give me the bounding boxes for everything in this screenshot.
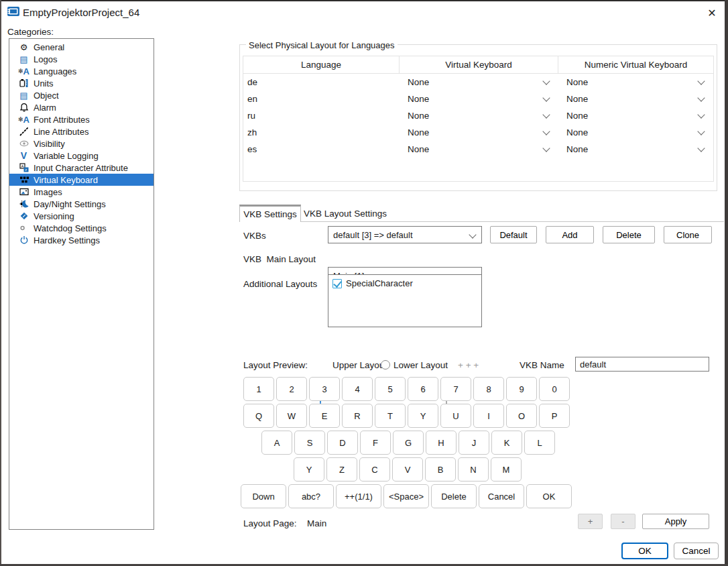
sidebar-item-images[interactable]: Images — [9, 186, 154, 198]
sidebar-item-hardkey-settings[interactable]: Hardkey Settings — [9, 234, 154, 246]
numeric-virtual-keyboard-dropdown[interactable]: None — [558, 124, 713, 141]
dropdown-value: None — [408, 94, 429, 104]
vkb-key[interactable]: H — [426, 431, 457, 455]
vkb-key[interactable]: K — [491, 431, 522, 455]
numeric-virtual-keyboard-dropdown[interactable]: None — [558, 91, 713, 107]
vkb-key-cancel[interactable]: Cancel — [479, 484, 524, 508]
sidebar-item-units[interactable]: Units — [9, 77, 154, 89]
vkb-name-input[interactable] — [575, 357, 709, 372]
vkb-key-ok[interactable]: OK — [526, 484, 572, 508]
numeric-virtual-keyboard-dropdown[interactable]: None — [558, 141, 713, 158]
sidebar-item-line-attributes[interactable]: Line Attributes — [9, 125, 154, 137]
virtual-keyboard-dropdown[interactable]: None — [400, 74, 558, 91]
vkb-key[interactable]: 2 — [276, 377, 307, 401]
vkb-key[interactable]: 3 — [309, 377, 340, 401]
vkb-key[interactable]: U — [440, 404, 471, 428]
vkb-key[interactable]: 6 — [408, 377, 438, 401]
checkbox-checked-icon[interactable] — [332, 279, 342, 288]
vkb-key[interactable]: V — [392, 457, 423, 482]
language-icon: ✻A — [18, 66, 29, 76]
combobox-value: default [3] => default — [333, 230, 413, 240]
vkb-key[interactable]: P — [539, 404, 570, 428]
vkbs-combobox[interactable]: default [3] => default — [328, 226, 482, 243]
cancel-button[interactable]: Cancel — [674, 543, 719, 559]
virtual-keyboard-dropdown[interactable]: None — [400, 124, 558, 141]
sidebar-item-alarm[interactable]: Alarm — [9, 101, 154, 113]
vkb-key-down[interactable]: Down — [241, 484, 286, 508]
vkb-key[interactable]: 5 — [375, 377, 406, 401]
vkb-key-abc[interactable]: abc? — [288, 484, 334, 508]
power-icon — [18, 235, 29, 245]
vkb-key[interactable]: N — [458, 457, 489, 482]
vkb-key[interactable]: C — [359, 457, 390, 482]
vkb-key[interactable]: 0 — [539, 377, 570, 401]
sidebar-item-label: Day/Night Settings — [34, 199, 106, 209]
sidebar-item-font-attributes[interactable]: ✻A Font Attributes — [9, 113, 154, 125]
ok-button[interactable]: OK — [621, 543, 668, 559]
close-icon[interactable]: ✕ — [701, 4, 723, 21]
image-icon — [18, 187, 29, 197]
vkb-key[interactable]: F — [360, 431, 391, 455]
vkb-key[interactable]: D — [327, 431, 358, 455]
vkb-key[interactable]: M — [491, 457, 522, 482]
vkb-key-delete[interactable]: Delete — [431, 484, 477, 508]
vkb-key[interactable]: Z — [326, 457, 357, 482]
vkb-key[interactable]: Q — [243, 404, 274, 428]
sidebar-item-input-character-attribute[interactable]: A z Input Character Attribute — [9, 162, 154, 174]
table-row: es None None — [243, 141, 713, 158]
sidebar-item-versioning[interactable]: Versioning — [9, 210, 154, 222]
lower-layout-label: Lower Layout — [393, 360, 448, 370]
sidebar-item-watchdog-settings[interactable]: Watchdog Settings — [9, 222, 154, 234]
additional-layout-item[interactable]: SpecialCharacter — [332, 278, 477, 288]
vkb-key[interactable]: W — [276, 404, 307, 428]
vkb-key[interactable]: 1 — [243, 377, 274, 401]
vkb-key[interactable]: T — [375, 404, 406, 428]
vkb-key[interactable]: E — [309, 404, 340, 428]
vkb-key[interactable]: L — [524, 431, 555, 455]
vkb-key[interactable]: 9 — [506, 377, 537, 401]
add-button[interactable]: Add — [546, 226, 594, 243]
vkb-key[interactable]: O — [506, 404, 537, 428]
vkb-key[interactable]: S — [294, 431, 325, 455]
vkb-key-space[interactable]: <Space> — [383, 484, 429, 508]
virtual-keyboard-dropdown[interactable]: None — [400, 141, 558, 158]
page-plus-button[interactable]: + — [578, 514, 603, 529]
vkb-key[interactable]: J — [459, 431, 489, 455]
delete-button[interactable]: Delete — [603, 226, 655, 243]
numeric-virtual-keyboard-dropdown[interactable]: None — [558, 74, 713, 91]
sidebar-item-languages[interactable]: ✻A Languages — [9, 65, 154, 77]
clone-button[interactable]: Clone — [664, 226, 712, 243]
vkb-key[interactable]: B — [425, 457, 456, 482]
vkb-key[interactable]: G — [393, 431, 424, 455]
virtual-keyboard-dropdown[interactable]: None — [400, 91, 558, 107]
vkb-key[interactable]: Y — [408, 404, 438, 428]
default-button[interactable]: Default — [490, 226, 537, 243]
sidebar-item-virtual-keyboard[interactable]: Virtual Keyboard — [9, 174, 154, 186]
apply-button[interactable]: Apply — [642, 514, 709, 529]
language-code: es — [243, 141, 400, 158]
sidebar-item-day-night-settings[interactable]: Day/Night Settings — [9, 198, 154, 210]
vkb-key[interactable]: Y — [294, 457, 324, 482]
vkb-key[interactable]: 7 — [440, 377, 471, 401]
vkb-key-page[interactable]: ++(1/1) — [336, 484, 381, 508]
keyboard-icon — [18, 175, 29, 185]
keyboard-row-top: Q W E R T Y U I O P — [243, 404, 570, 428]
numeric-virtual-keyboard-dropdown[interactable]: None — [558, 107, 713, 124]
additional-layout-label: SpecialCharacter — [346, 278, 413, 288]
vkb-key[interactable]: I — [473, 404, 504, 428]
dropdown-value: None — [566, 127, 588, 137]
page-minus-button[interactable]: - — [611, 514, 635, 529]
vkb-key[interactable]: 8 — [473, 377, 504, 401]
sidebar-item-visibility[interactable]: Visibility — [9, 137, 154, 150]
tab-vkb-settings[interactable]: VKB Settings — [239, 205, 301, 222]
lower-layout-radio[interactable] — [381, 360, 390, 370]
sidebar-item-general[interactable]: ⚙ General — [9, 41, 154, 53]
sidebar-item-logos[interactable]: ▤ Logos — [9, 53, 154, 65]
virtual-keyboard-dropdown[interactable]: None — [400, 107, 558, 124]
vkb-key[interactable]: A — [261, 431, 292, 455]
sidebar-item-object[interactable]: ▤ Object — [9, 89, 154, 101]
tab-vkb-layout-settings[interactable]: VKB Layout Settings — [301, 206, 389, 221]
vkb-key[interactable]: R — [342, 404, 373, 428]
vkb-key[interactable]: 4 — [342, 377, 373, 401]
sidebar-item-variable-logging[interactable]: V Variable Logging — [9, 150, 154, 162]
